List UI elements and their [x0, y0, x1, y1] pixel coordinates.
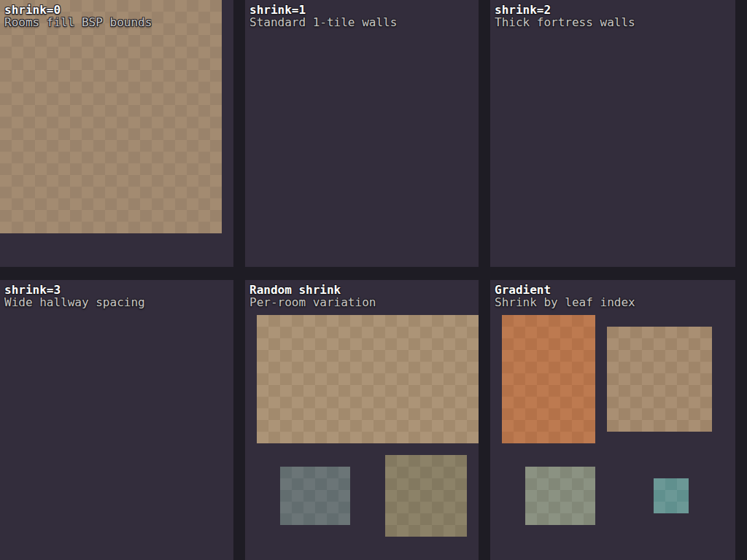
room-rect	[280, 467, 350, 525]
panel-title: shrink=1	[249, 4, 479, 16]
room-rect	[525, 467, 595, 525]
room-rect	[0, 0, 222, 233]
room-rect	[654, 478, 689, 513]
bsp-demo-grid: shrink=0 Rooms fill BSP bounds shrink=1 …	[0, 0, 747, 560]
panel-label: Random shrink Per-room variation	[245, 280, 479, 308]
room-rect	[607, 327, 712, 432]
room-rect	[502, 315, 595, 443]
panel-subtitle: Standard 1-tile walls	[249, 16, 479, 28]
panel-shrink-1: shrink=1 Standard 1-tile walls	[245, 0, 479, 267]
panel-label: Gradient Shrink by leaf index	[490, 280, 735, 308]
panel-label: shrink=1 Standard 1-tile walls	[245, 0, 479, 28]
panel-random-shrink: Random shrink Per-room variation	[245, 280, 479, 560]
panel-label: shrink=3 Wide hallway spacing	[0, 280, 233, 308]
panel-gradient: Gradient Shrink by leaf index	[490, 280, 735, 560]
room-rect	[385, 455, 467, 537]
panel-subtitle: Per-room variation	[249, 296, 479, 308]
panel-title: Random shrink	[249, 284, 479, 296]
panel-subtitle: Rooms fill BSP bounds	[4, 16, 233, 28]
room-rect	[257, 315, 479, 443]
panel-shrink-3: shrink=3 Wide hallway spacing	[0, 280, 233, 560]
panel-subtitle: Shrink by leaf index	[495, 296, 735, 308]
panel-shrink-2: shrink=2 Thick fortress walls	[490, 0, 735, 267]
panel-title: shrink=2	[495, 4, 735, 16]
panel-subtitle: Thick fortress walls	[495, 16, 735, 28]
panel-shrink-0: shrink=0 Rooms fill BSP bounds	[0, 0, 233, 267]
panel-label: shrink=0 Rooms fill BSP bounds	[0, 0, 233, 28]
panel-title: shrink=0	[4, 4, 233, 16]
panel-label: shrink=2 Thick fortress walls	[490, 0, 735, 28]
panel-subtitle: Wide hallway spacing	[4, 296, 233, 308]
panel-title: shrink=3	[4, 284, 233, 296]
panel-title: Gradient	[495, 284, 735, 296]
